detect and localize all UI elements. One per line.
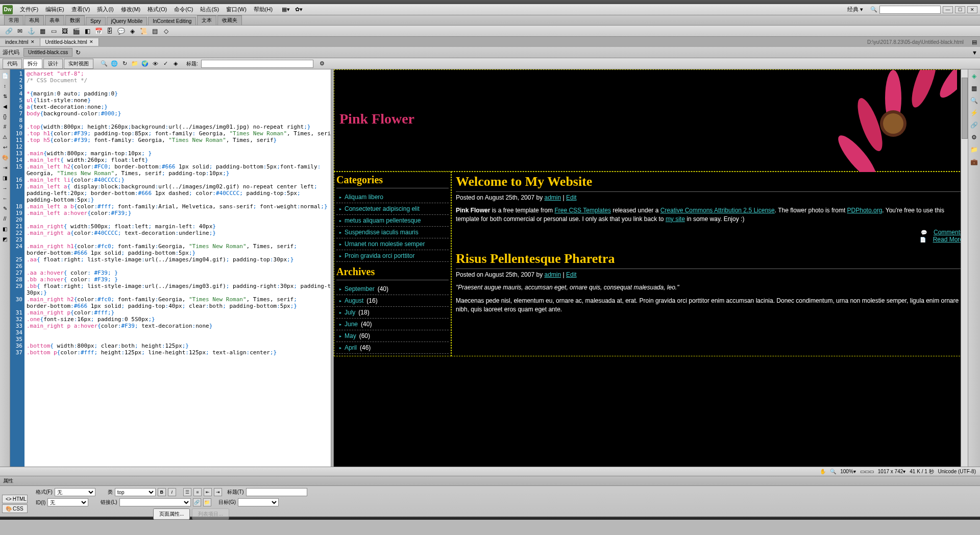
auto-indent-icon[interactable]: ⇥ <box>1 163 9 172</box>
extend-icon[interactable]: ✿▾ <box>295 6 303 13</box>
menu-view[interactable]: 查看(V) <box>68 5 93 14</box>
zoom-level[interactable]: 100% <box>840 469 853 474</box>
dim-dropdown-icon[interactable]: ▾ <box>903 469 905 474</box>
email-link-icon[interactable]: ✉ <box>15 27 24 36</box>
minimize-button[interactable]: — <box>943 6 953 13</box>
format-source-icon[interactable]: ✎ <box>1 204 9 212</box>
view-design-button[interactable]: 设计 <box>43 59 63 69</box>
view-split-button[interactable]: 拆分 <box>23 59 42 69</box>
tab-forms[interactable]: 表单 <box>45 15 64 25</box>
archive-item[interactable]: ▸June (40) <box>336 319 449 330</box>
category-item[interactable]: ▸Aliquam libero <box>336 191 449 203</box>
category-item[interactable]: ▸Consectetuer adipiscing elit <box>336 203 449 215</box>
css-tab[interactable]: 🎨 CSS <box>2 504 28 513</box>
media-icon[interactable]: 🎬 <box>71 27 81 36</box>
hand-tool-icon[interactable]: ✋ <box>820 469 826 474</box>
collapse-icon[interactable]: ↕ <box>1 82 9 90</box>
point-to-file-icon[interactable]: 🔗 <box>193 498 201 506</box>
div-icon[interactable]: ▭ <box>49 27 58 36</box>
archive-item[interactable]: ▸April (46) <box>336 342 449 354</box>
server-behaviors-icon[interactable]: ⚙ <box>970 133 979 142</box>
zoom-dropdown-icon[interactable]: ▾ <box>853 469 856 474</box>
tab-favorites[interactable]: 收藏夹 <box>217 15 242 25</box>
tab-common[interactable]: 常用 <box>4 15 23 25</box>
outdent-button[interactable]: ⇤ <box>204 488 212 496</box>
menu-edit[interactable]: 编辑(E) <box>42 5 67 14</box>
templates-link[interactable]: Free CSS Templates <box>554 207 611 214</box>
view-live-button[interactable]: 实时视图 <box>64 59 93 69</box>
templates-icon[interactable]: ▤ <box>150 27 159 36</box>
target-select[interactable] <box>238 498 279 506</box>
validate-icon[interactable]: ◈ <box>171 59 180 68</box>
category-item[interactable]: ▸Urnanet non molestie semper <box>336 238 449 250</box>
close-icon[interactable]: ✕ <box>31 39 35 44</box>
highlight-invalid-icon[interactable]: ⚠ <box>1 133 9 141</box>
workspace-selector[interactable]: 经典 ▾ <box>847 6 863 13</box>
italic-button[interactable]: I <box>168 488 176 496</box>
format-select[interactable]: 无 <box>55 488 95 496</box>
properties-title[interactable]: 属性 <box>0 476 980 486</box>
title-attr-input[interactable] <box>246 488 307 496</box>
admin-link[interactable]: admin <box>544 271 561 278</box>
layout-icon[interactable]: ▦▾ <box>282 6 290 13</box>
anchor-icon[interactable]: ⚓ <box>27 27 36 36</box>
category-item[interactable]: ▸metus aliquam pellentesque <box>336 215 449 227</box>
syntax-color-icon[interactable]: 🎨 <box>1 153 9 161</box>
archive-item[interactable]: ▸September (40) <box>336 283 449 295</box>
outdent-icon[interactable]: ← <box>1 194 9 202</box>
menu-modify[interactable]: 修改(M) <box>118 5 144 14</box>
menu-site[interactable]: 站点(S) <box>197 5 222 14</box>
edit-link[interactable]: Edit <box>566 194 577 201</box>
widget-icon[interactable]: ◧ <box>83 27 92 36</box>
filter-icon[interactable]: ▼ <box>972 50 977 56</box>
ol-button[interactable]: ≡ <box>193 488 202 496</box>
ap-elements-icon[interactable]: ▦ <box>970 84 979 93</box>
bold-button[interactable]: B <box>158 488 166 496</box>
recent-snippets-icon[interactable]: ◧ <box>1 225 9 233</box>
assets-icon[interactable]: 💼 <box>970 157 979 166</box>
zoom-tool-icon[interactable]: 🔍 <box>830 469 836 474</box>
comment-icon[interactable]: // <box>1 214 9 223</box>
doc-menu-icon[interactable]: ▤ <box>969 39 980 45</box>
inspect-icon[interactable]: 🔍 <box>100 59 109 68</box>
server-icon[interactable]: 🗄 <box>105 27 114 36</box>
comment-icon[interactable]: 💬 <box>116 27 126 36</box>
image-icon[interactable]: 🖼 <box>60 27 69 36</box>
class-select[interactable]: top <box>115 488 156 496</box>
menu-window[interactable]: 窗口(W) <box>223 5 250 14</box>
visual-aids-icon[interactable]: 👁 <box>151 59 160 68</box>
css-styles-icon[interactable]: ◈ <box>970 71 979 81</box>
search-input[interactable] <box>879 6 941 14</box>
date-icon[interactable]: 📅 <box>94 27 103 36</box>
snippets-icon[interactable]: ◨ <box>1 174 9 182</box>
menu-format[interactable]: 格式(O) <box>144 5 170 14</box>
window-size-icon[interactable]: ▭▭▭ <box>860 469 874 474</box>
tab-layout[interactable]: 布局 <box>24 15 44 25</box>
hyperlink-icon[interactable]: 🔗 <box>4 27 13 36</box>
menu-help[interactable]: 帮助(H) <box>251 5 276 14</box>
tab-spry[interactable]: Spry <box>86 17 106 25</box>
close-button[interactable]: ✕ <box>967 6 977 13</box>
menu-insert[interactable]: 插入(I) <box>94 5 116 14</box>
maximize-button[interactable]: ☐ <box>955 6 965 13</box>
code-editor[interactable]: @charset "utf-8";/* CSS Document */ *{ma… <box>24 69 331 467</box>
options-icon[interactable]: ⚙ <box>317 59 327 68</box>
tab-incontext[interactable]: InContext Editing <box>148 17 196 25</box>
table-icon[interactable]: ▦ <box>38 27 47 36</box>
check-icon[interactable]: ✓ <box>161 59 170 68</box>
files-icon[interactable]: 📁 <box>970 145 979 154</box>
script-icon[interactable]: 📜 <box>139 27 148 36</box>
page-properties-button[interactable]: 页面属性... <box>153 508 190 520</box>
doc-tab-untitled[interactable]: Untitled-black.html✕ <box>40 38 99 46</box>
link-select[interactable] <box>119 498 191 506</box>
id-select[interactable]: 无 <box>47 498 88 506</box>
doc-tab-index[interactable]: index.html✕ <box>0 38 40 46</box>
comments-link[interactable]: Comments <box>934 229 963 236</box>
indent-button[interactable]: ⇥ <box>214 488 222 496</box>
live-code-icon[interactable]: 🌐 <box>110 59 119 68</box>
admin-link[interactable]: admin <box>544 194 561 201</box>
html-tab[interactable]: <> HTML <box>2 495 28 503</box>
tab-text[interactable]: 文本 <box>197 15 216 25</box>
source-code-label[interactable]: 源代码 <box>3 48 19 56</box>
archive-item[interactable]: ▸May (60) <box>336 330 449 342</box>
